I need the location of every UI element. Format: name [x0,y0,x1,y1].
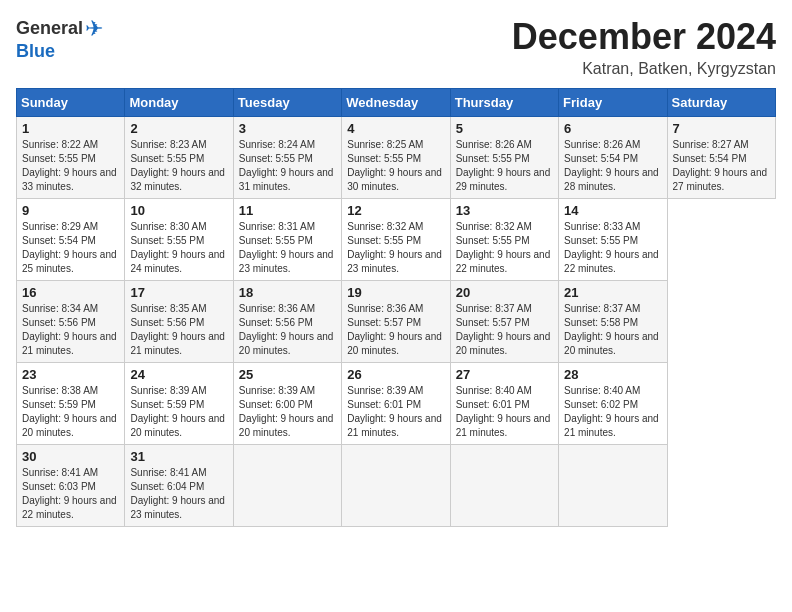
calendar-cell: 26Sunrise: 8:39 AMSunset: 6:01 PMDayligh… [342,363,450,445]
calendar-cell: 5Sunrise: 8:26 AMSunset: 5:55 PMDaylight… [450,117,558,199]
day-number: 31 [130,449,227,464]
calendar-cell: 14Sunrise: 8:33 AMSunset: 5:55 PMDayligh… [559,199,667,281]
calendar-cell: 16Sunrise: 8:34 AMSunset: 5:56 PMDayligh… [17,281,125,363]
day-number: 6 [564,121,661,136]
calendar-cell: 20Sunrise: 8:37 AMSunset: 5:57 PMDayligh… [450,281,558,363]
day-info: Sunrise: 8:24 AMSunset: 5:55 PMDaylight:… [239,138,336,194]
header-wednesday: Wednesday [342,89,450,117]
day-number: 1 [22,121,119,136]
calendar-cell: 17Sunrise: 8:35 AMSunset: 5:56 PMDayligh… [125,281,233,363]
calendar-cell: 10Sunrise: 8:30 AMSunset: 5:55 PMDayligh… [125,199,233,281]
day-info: Sunrise: 8:26 AMSunset: 5:55 PMDaylight:… [456,138,553,194]
calendar-cell: 6Sunrise: 8:26 AMSunset: 5:54 PMDaylight… [559,117,667,199]
day-info: Sunrise: 8:27 AMSunset: 5:54 PMDaylight:… [673,138,770,194]
day-info: Sunrise: 8:34 AMSunset: 5:56 PMDaylight:… [22,302,119,358]
location-title: Katran, Batken, Kyrgyzstan [512,60,776,78]
calendar-cell: 1Sunrise: 8:22 AMSunset: 5:55 PMDaylight… [17,117,125,199]
day-info: Sunrise: 8:25 AMSunset: 5:55 PMDaylight:… [347,138,444,194]
day-info: Sunrise: 8:37 AMSunset: 5:58 PMDaylight:… [564,302,661,358]
week-row-3: 16Sunrise: 8:34 AMSunset: 5:56 PMDayligh… [17,281,776,363]
day-number: 20 [456,285,553,300]
header-saturday: Saturday [667,89,775,117]
day-info: Sunrise: 8:35 AMSunset: 5:56 PMDaylight:… [130,302,227,358]
day-info: Sunrise: 8:39 AMSunset: 6:00 PMDaylight:… [239,384,336,440]
day-number: 12 [347,203,444,218]
calendar-cell [559,445,667,527]
header-monday: Monday [125,89,233,117]
day-info: Sunrise: 8:36 AMSunset: 5:57 PMDaylight:… [347,302,444,358]
calendar-cell: 7Sunrise: 8:27 AMSunset: 5:54 PMDaylight… [667,117,775,199]
day-number: 25 [239,367,336,382]
day-number: 18 [239,285,336,300]
header-tuesday: Tuesday [233,89,341,117]
calendar-cell: 3Sunrise: 8:24 AMSunset: 5:55 PMDaylight… [233,117,341,199]
calendar-cell: 9Sunrise: 8:29 AMSunset: 5:54 PMDaylight… [17,199,125,281]
header-sunday: Sunday [17,89,125,117]
day-info: Sunrise: 8:39 AMSunset: 6:01 PMDaylight:… [347,384,444,440]
day-number: 24 [130,367,227,382]
calendar-cell: 23Sunrise: 8:38 AMSunset: 5:59 PMDayligh… [17,363,125,445]
week-row-5: 30Sunrise: 8:41 AMSunset: 6:03 PMDayligh… [17,445,776,527]
page-header: General ✈ Blue December 2024 Katran, Bat… [16,16,776,78]
day-number: 26 [347,367,444,382]
day-number: 30 [22,449,119,464]
day-number: 10 [130,203,227,218]
logo-general: General [16,19,83,39]
day-info: Sunrise: 8:40 AMSunset: 6:01 PMDaylight:… [456,384,553,440]
day-info: Sunrise: 8:31 AMSunset: 5:55 PMDaylight:… [239,220,336,276]
logo-bird-icon: ✈ [85,16,103,42]
day-info: Sunrise: 8:41 AMSunset: 6:04 PMDaylight:… [130,466,227,522]
calendar-cell [233,445,341,527]
calendar-cell: 19Sunrise: 8:36 AMSunset: 5:57 PMDayligh… [342,281,450,363]
day-info: Sunrise: 8:37 AMSunset: 5:57 PMDaylight:… [456,302,553,358]
day-info: Sunrise: 8:26 AMSunset: 5:54 PMDaylight:… [564,138,661,194]
calendar-cell: 4Sunrise: 8:25 AMSunset: 5:55 PMDaylight… [342,117,450,199]
day-number: 16 [22,285,119,300]
day-number: 7 [673,121,770,136]
day-info: Sunrise: 8:39 AMSunset: 5:59 PMDaylight:… [130,384,227,440]
calendar-table: SundayMondayTuesdayWednesdayThursdayFrid… [16,88,776,527]
calendar-cell [342,445,450,527]
calendar-cell: 18Sunrise: 8:36 AMSunset: 5:56 PMDayligh… [233,281,341,363]
day-number: 27 [456,367,553,382]
header-thursday: Thursday [450,89,558,117]
calendar-cell: 30Sunrise: 8:41 AMSunset: 6:03 PMDayligh… [17,445,125,527]
day-number: 3 [239,121,336,136]
title-area: December 2024 Katran, Batken, Kyrgyzstan [512,16,776,78]
day-number: 13 [456,203,553,218]
day-info: Sunrise: 8:40 AMSunset: 6:02 PMDaylight:… [564,384,661,440]
calendar-cell: 13Sunrise: 8:32 AMSunset: 5:55 PMDayligh… [450,199,558,281]
header-friday: Friday [559,89,667,117]
day-number: 11 [239,203,336,218]
day-number: 14 [564,203,661,218]
week-row-1: 1Sunrise: 8:22 AMSunset: 5:55 PMDaylight… [17,117,776,199]
day-info: Sunrise: 8:36 AMSunset: 5:56 PMDaylight:… [239,302,336,358]
day-info: Sunrise: 8:33 AMSunset: 5:55 PMDaylight:… [564,220,661,276]
month-title: December 2024 [512,16,776,58]
calendar-cell: 31Sunrise: 8:41 AMSunset: 6:04 PMDayligh… [125,445,233,527]
day-number: 23 [22,367,119,382]
week-row-2: 9Sunrise: 8:29 AMSunset: 5:54 PMDaylight… [17,199,776,281]
calendar-cell: 12Sunrise: 8:32 AMSunset: 5:55 PMDayligh… [342,199,450,281]
calendar-cell: 27Sunrise: 8:40 AMSunset: 6:01 PMDayligh… [450,363,558,445]
day-number: 5 [456,121,553,136]
day-info: Sunrise: 8:32 AMSunset: 5:55 PMDaylight:… [456,220,553,276]
day-number: 28 [564,367,661,382]
day-info: Sunrise: 8:22 AMSunset: 5:55 PMDaylight:… [22,138,119,194]
day-number: 9 [22,203,119,218]
week-row-4: 23Sunrise: 8:38 AMSunset: 5:59 PMDayligh… [17,363,776,445]
day-info: Sunrise: 8:38 AMSunset: 5:59 PMDaylight:… [22,384,119,440]
day-number: 17 [130,285,227,300]
day-info: Sunrise: 8:23 AMSunset: 5:55 PMDaylight:… [130,138,227,194]
day-number: 2 [130,121,227,136]
calendar-cell: 28Sunrise: 8:40 AMSunset: 6:02 PMDayligh… [559,363,667,445]
day-info: Sunrise: 8:29 AMSunset: 5:54 PMDaylight:… [22,220,119,276]
day-number: 4 [347,121,444,136]
day-number: 21 [564,285,661,300]
day-number: 19 [347,285,444,300]
day-info: Sunrise: 8:30 AMSunset: 5:55 PMDaylight:… [130,220,227,276]
logo-blue: Blue [16,41,55,61]
calendar-cell: 11Sunrise: 8:31 AMSunset: 5:55 PMDayligh… [233,199,341,281]
calendar-cell [450,445,558,527]
calendar-cell: 24Sunrise: 8:39 AMSunset: 5:59 PMDayligh… [125,363,233,445]
